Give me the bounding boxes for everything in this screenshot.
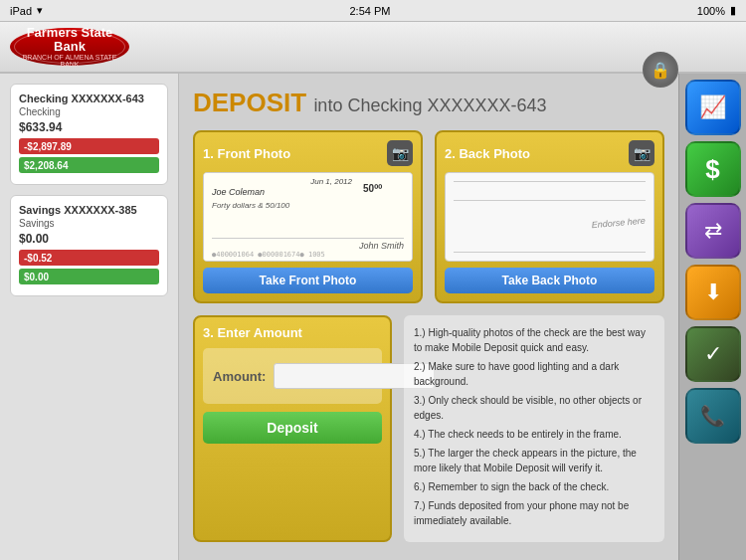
check-signature: John Smith <box>359 241 404 251</box>
right-nav: 📈 $ ⇄ ⬇ ✓ 📞 <box>678 74 746 560</box>
main-layout: Checking XXXXXXX-643 Checking $633.94 -$… <box>0 74 746 560</box>
nav-transfer-button[interactable]: ⇄ <box>685 203 741 259</box>
check-amount-box: 50⁰⁰ <box>363 183 382 194</box>
dollar-icon: $ <box>705 154 719 185</box>
savings-account-type: Savings <box>19 218 159 229</box>
amount-form: Amount: <box>203 348 382 404</box>
back-check-endorsed: Endorse here <box>454 216 646 243</box>
checkmark-icon: ✓ <box>704 341 722 367</box>
savings-account-card[interactable]: Savings XXXXXXX-385 Savings $0.00 -$0.52… <box>10 195 168 296</box>
deposit-icon: ⬇ <box>704 280 722 305</box>
nav-check-button[interactable]: ✓ <box>685 326 741 382</box>
check-written-amount: Forty dollars & 50/100 <box>212 201 289 210</box>
front-photo-panel: 1. Front Photo 📷 Jun 1, 2012 Joe Coleman… <box>193 130 423 303</box>
back-photo-panel: 2. Back Photo 📷 Endorse here Take Back P… <box>435 130 664 303</box>
checking-account-type: Checking <box>19 106 159 117</box>
deposit-button[interactable]: Deposit <box>203 412 382 444</box>
take-front-photo-button[interactable]: Take Front Photo <box>203 268 413 293</box>
deposit-title: DEPOSIT into Checking XXXXXXX-643 <box>193 88 664 118</box>
savings-account-title: Savings XXXXXXX-385 <box>19 204 159 216</box>
take-back-photo-button[interactable]: Take Back Photo <box>445 268 654 293</box>
logo-oval: Farmers State Bank BRANCH OF ALMENA STAT… <box>10 28 129 66</box>
front-photo-preview: Jun 1, 2012 Joe Coleman Forty dollars & … <box>203 172 413 262</box>
bank-branch: BRANCH OF ALMENA STATE BANK <box>20 54 119 68</box>
enter-amount-panel: 3. Enter Amount Amount: Deposit <box>193 315 392 542</box>
savings-positive-value: $0.00 <box>24 272 49 282</box>
back-check-line-2 <box>454 200 646 201</box>
front-panel-title: 1. Front Photo <box>203 146 290 161</box>
ipad-label: iPad <box>10 5 32 17</box>
battery-icon: ▮ <box>730 4 736 17</box>
contact-icon: 📞 <box>700 404 725 428</box>
savings-negative-value: -$0.52 <box>24 253 52 264</box>
photo-row: 1. Front Photo 📷 Jun 1, 2012 Joe Coleman… <box>193 130 664 303</box>
instruction-3: 3.) Only check should be visible, no oth… <box>414 393 654 423</box>
checking-positive-bar: $2,208.64 <box>19 157 159 173</box>
nav-trends-button[interactable]: 📈 <box>685 80 741 135</box>
deposit-word: DEPOSIT <box>193 88 306 117</box>
nav-money-button[interactable]: $ <box>685 141 741 197</box>
content-area: DEPOSIT into Checking XXXXXXX-643 1. Fro… <box>179 74 678 560</box>
trends-icon: 📈 <box>699 94 726 120</box>
security-badge: 🔒 <box>643 52 678 88</box>
time-display: 2:54 PM <box>349 5 390 17</box>
status-bar: iPad ▾ 2:54 PM 100% ▮ <box>0 0 746 22</box>
check-name: Joe Coleman <box>212 187 265 197</box>
savings-account-balance: $0.00 <box>19 232 159 246</box>
back-panel-title: 2. Back Photo <box>445 146 530 161</box>
instruction-6: 6.) Remember to sign the back of the che… <box>414 479 654 494</box>
amount-label: Amount: <box>213 369 266 384</box>
check-routing: ●400001064 ●000001674● 1005 <box>212 251 325 259</box>
checking-account-balance: $633.94 <box>19 120 159 134</box>
bank-name: Farmers State Bank <box>20 26 119 55</box>
instructions-panel: 1.) High-quality photos of the check are… <box>404 315 664 542</box>
checking-negative-bar: -$2,897.89 <box>19 138 159 154</box>
app-header: Farmers State Bank BRANCH OF ALMENA STAT… <box>0 22 746 74</box>
battery-label: 100% <box>697 5 725 17</box>
enter-amount-title: 3. Enter Amount <box>203 325 382 340</box>
instruction-7: 7.) Funds deposited from your phone may … <box>414 498 654 528</box>
bank-logo: Farmers State Bank BRANCH OF ALMENA STAT… <box>10 28 129 66</box>
bottom-row: 3. Enter Amount Amount: Deposit 1.) High… <box>193 315 664 542</box>
checking-account-title: Checking XXXXXXX-643 <box>19 93 159 104</box>
back-photo-preview: Endorse here <box>445 172 654 262</box>
deposit-header: DEPOSIT into Checking XXXXXXX-643 <box>193 88 664 118</box>
instruction-2: 2.) Make sure to have good lighting and … <box>414 359 654 389</box>
nav-deposit-button[interactable]: ⬇ <box>685 265 741 320</box>
savings-positive-bar: $0.00 <box>19 269 159 284</box>
back-check-line-3 <box>454 252 646 253</box>
checking-positive-value: $2,208.64 <box>24 160 69 171</box>
sidebar: Checking XXXXXXX-643 Checking $633.94 -$… <box>0 74 179 560</box>
check-memo-line <box>212 236 404 239</box>
front-check-image: Jun 1, 2012 Joe Coleman Forty dollars & … <box>204 173 412 261</box>
instruction-4: 4.) The check needs to be entirely in th… <box>414 427 654 442</box>
deposit-into: into Checking XXXXXXX-643 <box>313 95 546 115</box>
nav-contact-button[interactable]: 📞 <box>685 388 741 444</box>
instruction-1: 1.) High-quality photos of the check are… <box>414 325 654 355</box>
checking-account-card[interactable]: Checking XXXXXXX-643 Checking $633.94 -$… <box>10 84 168 185</box>
lock-icon: 🔒 <box>651 61 670 80</box>
checking-negative-value: -$2,897.89 <box>24 141 72 152</box>
back-check-image: Endorse here <box>446 173 653 261</box>
savings-negative-bar: -$0.52 <box>19 250 159 266</box>
transfer-icon: ⇄ <box>704 218 722 244</box>
front-camera-icon: 📷 <box>387 140 413 166</box>
back-panel-header: 2. Back Photo 📷 <box>445 140 654 166</box>
camera-symbol: 📷 <box>392 145 409 161</box>
check-date: Jun 1, 2012 <box>310 177 352 186</box>
back-camera-icon: 📷 <box>629 140 654 166</box>
instruction-5: 5.) The larger the check appears in the … <box>414 446 654 475</box>
wifi-icon: ▾ <box>37 4 43 17</box>
back-camera-symbol: 📷 <box>634 145 651 161</box>
front-panel-header: 1. Front Photo 📷 <box>203 140 413 166</box>
back-check-line-1 <box>454 181 646 182</box>
